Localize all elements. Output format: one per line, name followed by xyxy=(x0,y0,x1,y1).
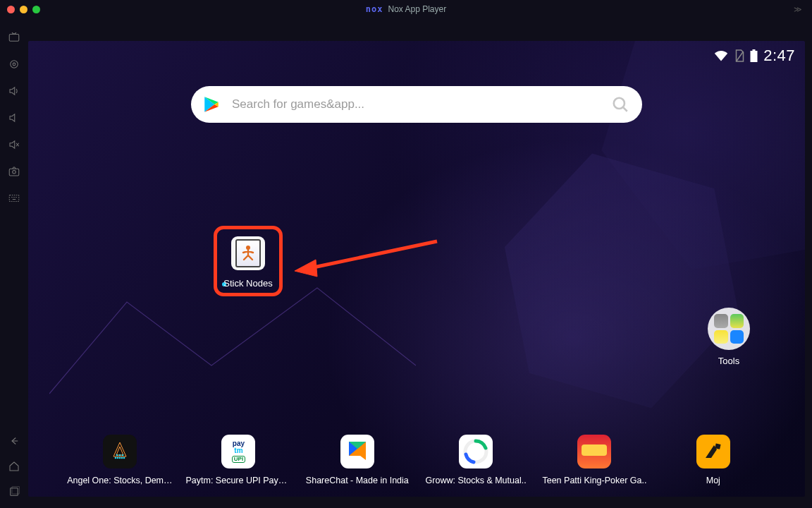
app-label: Stick Nodes xyxy=(217,278,279,289)
annotation-arrow xyxy=(289,237,451,279)
search-bar[interactable] xyxy=(191,86,642,123)
app-label: Moj xyxy=(660,476,766,485)
zoom-window-button[interactable] xyxy=(32,6,40,13)
app-angel-one[interactable]: Angel One: Stocks, Demat.. xyxy=(67,435,173,485)
app-label: Teen Patti King-Poker Ga.. xyxy=(541,476,647,485)
svg-line-12 xyxy=(310,241,437,268)
groww-icon xyxy=(459,435,493,468)
android-recents-icon[interactable] xyxy=(8,485,20,498)
svg-point-18 xyxy=(123,457,125,459)
svg-point-15 xyxy=(117,457,119,459)
svg-point-4 xyxy=(13,171,16,174)
screenshot-icon[interactable] xyxy=(8,165,20,178)
expand-toolbar-button[interactable]: ≫ xyxy=(794,5,802,14)
android-home-icon[interactable] xyxy=(8,460,20,473)
app-dock: Angel One: Stocks, Demat.. paytm UPI Pay… xyxy=(28,435,805,485)
volume-mute-icon[interactable] xyxy=(8,138,20,151)
window-title: Nox App Player xyxy=(388,4,446,14)
volume-up-icon[interactable] xyxy=(8,85,20,97)
status-clock: 2:47 xyxy=(763,47,795,65)
android-back-icon[interactable] xyxy=(8,435,20,447)
svg-rect-0 xyxy=(9,35,19,42)
app-label: Groww: Stocks & Mutual.. xyxy=(423,476,529,485)
window-controls xyxy=(7,6,40,13)
sharechat-icon xyxy=(340,435,374,468)
search-icon[interactable] xyxy=(611,95,629,114)
svg-point-1 xyxy=(11,61,18,68)
android-status-bar: 2:47 xyxy=(714,47,795,65)
svg-rect-6 xyxy=(11,488,18,496)
svg-rect-5 xyxy=(9,195,19,202)
battery-icon xyxy=(750,49,758,62)
app-paytm[interactable]: paytm UPI Paytm: Secure UPI Payme.. xyxy=(185,435,291,485)
angel-one-icon xyxy=(103,435,137,468)
android-screen: 2:47 Stick Nodes Tools A xyxy=(28,41,805,497)
svg-rect-7 xyxy=(12,487,20,495)
app-label: ShareChat - Made in India xyxy=(304,476,410,485)
folder-icon xyxy=(708,308,750,350)
window-titlebar: nox Nox App Player ≫ xyxy=(0,0,812,18)
close-window-button[interactable] xyxy=(7,6,15,13)
app-teen-patti[interactable]: Teen Patti King-Poker Ga.. xyxy=(541,435,647,485)
app-label: Paytm: Secure UPI Payme.. xyxy=(185,476,291,485)
app-sharechat[interactable]: ShareChat - Made in India xyxy=(304,435,410,485)
nox-logo: nox xyxy=(366,4,383,14)
paytm-icon: paytm UPI xyxy=(221,435,255,468)
app-moj[interactable]: Moj xyxy=(660,435,766,485)
search-input[interactable] xyxy=(232,97,600,111)
minimize-window-button[interactable] xyxy=(20,6,27,13)
tv-icon[interactable] xyxy=(8,31,20,44)
no-sim-icon xyxy=(734,49,744,62)
svg-marker-13 xyxy=(295,260,317,277)
svg-point-14 xyxy=(115,457,117,459)
app-stick-nodes[interactable] xyxy=(231,236,265,270)
svg-point-21 xyxy=(122,454,124,456)
folder-label: Tools xyxy=(708,356,750,366)
wallpaper-decor xyxy=(49,281,416,422)
svg-point-2 xyxy=(13,63,16,66)
svg-rect-23 xyxy=(715,443,720,449)
svg-point-16 xyxy=(119,457,121,459)
svg-point-20 xyxy=(119,454,121,456)
app-label: Angel One: Stocks, Demat.. xyxy=(67,476,173,485)
svg-point-10 xyxy=(614,98,625,109)
app-groww[interactable]: Groww: Stocks & Mutual.. xyxy=(423,435,529,485)
keyboard-mapping-icon[interactable] xyxy=(8,192,20,205)
wifi-icon xyxy=(714,50,728,61)
svg-rect-9 xyxy=(753,49,756,51)
svg-rect-8 xyxy=(751,51,758,62)
svg-point-17 xyxy=(121,457,123,459)
moj-icon xyxy=(696,435,730,468)
highlight-callout: Stick Nodes xyxy=(214,226,283,296)
google-play-icon xyxy=(202,95,221,114)
folder-tools[interactable]: Tools xyxy=(708,308,750,366)
emulator-sidebar xyxy=(0,18,28,508)
location-icon[interactable] xyxy=(8,58,20,71)
teen-patti-icon xyxy=(577,435,611,468)
svg-rect-3 xyxy=(9,169,19,176)
volume-down-icon[interactable] xyxy=(8,111,20,124)
svg-point-19 xyxy=(116,454,118,456)
